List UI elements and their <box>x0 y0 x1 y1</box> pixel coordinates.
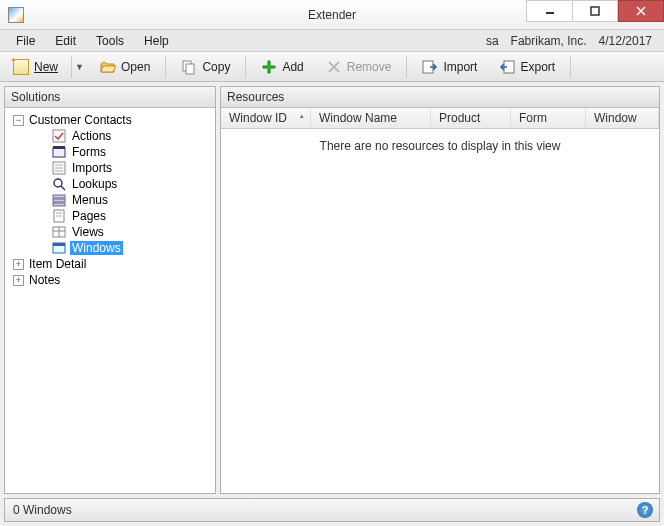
window-title: Extender <box>308 8 356 22</box>
new-label: New <box>34 60 58 74</box>
col-form[interactable]: Form <box>511 108 586 128</box>
lookups-icon <box>51 177 67 191</box>
tree-node-forms[interactable]: Forms <box>7 144 213 160</box>
windows-icon <box>51 241 67 255</box>
tree-node-menus[interactable]: Menus <box>7 192 213 208</box>
new-icon <box>13 59 29 75</box>
col-window[interactable]: Window <box>586 108 659 128</box>
app-icon <box>8 7 24 23</box>
tree-label: Views <box>70 225 106 239</box>
resources-header: Resources <box>221 87 659 108</box>
col-product[interactable]: Product <box>431 108 511 128</box>
add-button[interactable]: Add <box>252 55 312 79</box>
import-icon <box>422 59 438 75</box>
menu-edit[interactable]: Edit <box>45 32 86 50</box>
new-button[interactable]: New <box>4 55 67 79</box>
resources-panel: Resources Window ID Window Name Product … <box>220 86 660 494</box>
svg-rect-20 <box>53 199 65 202</box>
svg-rect-19 <box>53 195 65 198</box>
svg-line-18 <box>61 186 65 190</box>
tree-node-pages[interactable]: Pages <box>7 208 213 224</box>
minimize-button[interactable] <box>526 0 572 22</box>
new-dropdown[interactable]: ▼ <box>71 56 87 78</box>
collapse-icon[interactable]: − <box>13 115 24 126</box>
tree-label: Item Detail <box>27 257 88 271</box>
copy-icon <box>181 59 197 75</box>
company-label: Fabrikam, Inc. <box>505 34 593 48</box>
user-label: sa <box>480 34 505 48</box>
help-icon[interactable]: ? <box>637 502 653 518</box>
svg-rect-21 <box>53 203 65 206</box>
menu-file[interactable]: File <box>6 32 45 50</box>
menubar: File Edit Tools Help sa Fabrikam, Inc. 4… <box>0 30 664 52</box>
imports-icon <box>51 161 67 175</box>
solutions-header: Solutions <box>5 87 215 108</box>
svg-point-17 <box>54 179 62 187</box>
pages-icon <box>51 209 67 223</box>
content: Solutions − Customer Contacts Actions Fo… <box>0 82 664 498</box>
remove-icon <box>326 59 342 75</box>
maximize-button[interactable] <box>572 0 618 22</box>
open-button[interactable]: Open <box>91 55 159 79</box>
tree-node-customer-contacts[interactable]: − Customer Contacts <box>7 112 213 128</box>
actions-icon <box>51 129 67 143</box>
forms-icon <box>51 145 67 159</box>
remove-button: Remove <box>317 55 401 79</box>
tree-node-notes[interactable]: + Notes <box>7 272 213 288</box>
tree-label: Customer Contacts <box>27 113 134 127</box>
add-label: Add <box>282 60 303 74</box>
tree-label: Pages <box>70 209 108 223</box>
add-icon <box>261 59 277 75</box>
svg-rect-29 <box>53 243 65 246</box>
col-window-name[interactable]: Window Name <box>311 108 431 128</box>
menu-tools[interactable]: Tools <box>86 32 134 50</box>
svg-rect-10 <box>53 130 65 142</box>
export-label: Export <box>520 60 555 74</box>
open-label: Open <box>121 60 150 74</box>
copy-button[interactable]: Copy <box>172 55 239 79</box>
statusbar: 0 Windows ? <box>4 498 660 522</box>
remove-label: Remove <box>347 60 392 74</box>
tree-label: Menus <box>70 193 110 207</box>
close-button[interactable] <box>618 0 664 22</box>
solutions-panel: Solutions − Customer Contacts Actions Fo… <box>4 86 216 494</box>
import-label: Import <box>443 60 477 74</box>
tree-label: Forms <box>70 145 108 159</box>
views-icon <box>51 225 67 239</box>
tree-node-views[interactable]: Views <box>7 224 213 240</box>
tree-label: Notes <box>27 273 62 287</box>
titlebar: Extender <box>0 0 664 30</box>
copy-label: Copy <box>202 60 230 74</box>
expand-icon[interactable]: + <box>13 259 24 270</box>
tree-label: Windows <box>70 241 123 255</box>
export-button[interactable]: Export <box>490 55 564 79</box>
tree-node-lookups[interactable]: Lookups <box>7 176 213 192</box>
menus-icon <box>51 193 67 207</box>
svg-rect-5 <box>186 64 194 74</box>
menu-help[interactable]: Help <box>134 32 179 50</box>
empty-message: There are no resources to display in thi… <box>221 129 659 163</box>
svg-rect-11 <box>53 148 65 157</box>
solutions-tree: − Customer Contacts Actions Forms Import… <box>5 108 215 493</box>
column-headers: Window ID Window Name Product Form Windo… <box>221 108 659 129</box>
tree-label: Imports <box>70 161 114 175</box>
date-label: 4/12/2017 <box>593 34 658 48</box>
expand-icon[interactable]: + <box>13 275 24 286</box>
tree-node-windows[interactable]: Windows <box>7 240 213 256</box>
open-icon <box>100 59 116 75</box>
tree-node-imports[interactable]: Imports <box>7 160 213 176</box>
svg-rect-1 <box>591 7 599 15</box>
toolbar: New ▼ Open Copy Add Remove Import <box>0 52 664 82</box>
tree-label: Actions <box>70 129 113 143</box>
svg-rect-12 <box>53 146 65 149</box>
import-button[interactable]: Import <box>413 55 486 79</box>
status-text: 0 Windows <box>5 503 80 517</box>
col-window-id[interactable]: Window ID <box>221 108 311 128</box>
tree-label: Lookups <box>70 177 119 191</box>
tree-node-item-detail[interactable]: + Item Detail <box>7 256 213 272</box>
export-icon <box>499 59 515 75</box>
tree-node-actions[interactable]: Actions <box>7 128 213 144</box>
